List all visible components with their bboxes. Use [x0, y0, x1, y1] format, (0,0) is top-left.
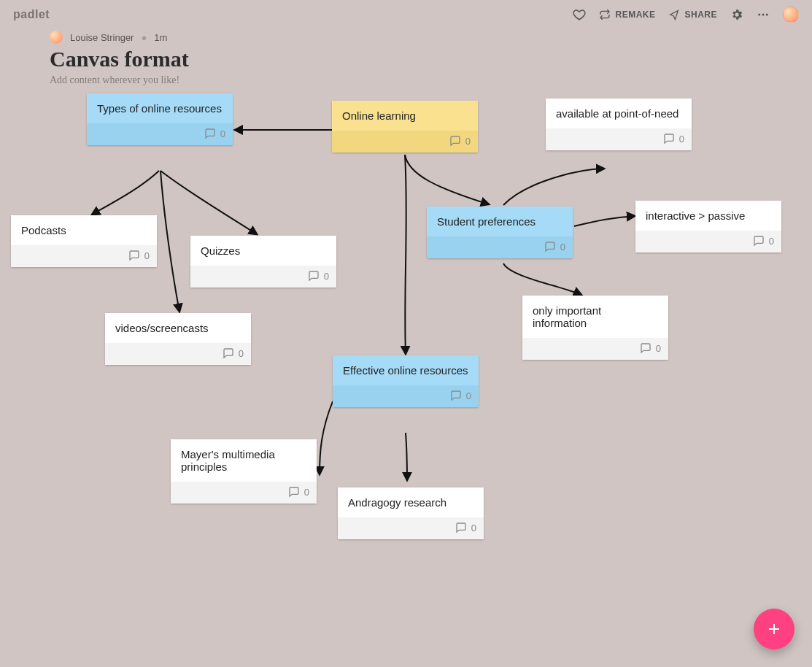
- card-footer[interactable]: 0: [87, 123, 233, 145]
- more-icon: [757, 8, 770, 21]
- author-name: Louise Stringer: [70, 32, 134, 43]
- author-avatar[interactable]: [50, 31, 63, 44]
- card-point-of-need[interactable]: available at point-of-need 0: [546, 99, 692, 150]
- card-footer[interactable]: 0: [635, 231, 781, 252]
- card-title: only important information: [522, 296, 668, 338]
- remake-button[interactable]: REMAKE: [599, 9, 655, 20]
- card-title: Andragogy research: [338, 487, 484, 517]
- card-only-important-info[interactable]: only important information 0: [522, 296, 668, 360]
- card-title: interactive > passive: [635, 201, 781, 231]
- comment-icon: [753, 235, 765, 247]
- svg-point-1: [762, 14, 765, 16]
- comment-count: 0: [304, 487, 309, 498]
- card-student-preferences[interactable]: Student preferences 0: [427, 207, 573, 258]
- card-footer[interactable]: 0: [333, 385, 479, 407]
- board-time: 1m: [154, 32, 167, 43]
- comment-count: 0: [465, 136, 471, 147]
- card-footer[interactable]: 0: [171, 482, 317, 504]
- remake-label: REMAKE: [615, 9, 655, 20]
- comment-icon: [288, 486, 300, 498]
- svg-point-0: [758, 14, 760, 16]
- svg-point-2: [766, 14, 768, 16]
- card-interactive-passive[interactable]: interactive > passive 0: [635, 201, 781, 252]
- card-andragogy-research[interactable]: Andragogy research 0: [338, 487, 484, 539]
- comment-icon: [450, 390, 462, 401]
- comment-icon: [449, 135, 461, 147]
- card-footer[interactable]: 0: [105, 343, 251, 365]
- card-types-online-resources[interactable]: Types of online resources 0: [87, 93, 233, 145]
- card-videos-screencasts[interactable]: videos/screencasts 0: [105, 313, 251, 365]
- card-online-learning[interactable]: Online learning 0: [332, 101, 478, 153]
- card-footer[interactable]: 0: [190, 266, 336, 288]
- card-podcasts[interactable]: Podcasts 0: [11, 215, 157, 267]
- comment-count: 0: [239, 348, 244, 359]
- card-footer[interactable]: 0: [427, 236, 573, 258]
- card-title: Effective online resources: [333, 355, 479, 385]
- comment-icon: [455, 522, 467, 533]
- topbar: padlet REMAKE SHARE: [0, 0, 812, 29]
- settings-button[interactable]: [730, 8, 743, 21]
- card-title: videos/screencasts: [105, 313, 251, 343]
- board-header: Louise Stringer ● 1m Canvas format Add c…: [50, 31, 189, 86]
- topbar-actions: REMAKE SHARE: [573, 7, 799, 23]
- share-icon: [668, 9, 680, 20]
- card-effective-online-resources[interactable]: Effective online resources 0: [333, 355, 479, 407]
- like-button[interactable]: [573, 8, 586, 21]
- card-title: available at point-of-need: [546, 99, 692, 128]
- card-footer[interactable]: 0: [332, 131, 478, 153]
- comment-count: 0: [471, 523, 476, 533]
- brand-logo[interactable]: padlet: [13, 8, 50, 21]
- card-title: Quizzes: [190, 236, 336, 266]
- card-title: Podcasts: [11, 215, 157, 245]
- gear-icon: [730, 8, 743, 21]
- comment-icon: [223, 347, 234, 359]
- card-footer[interactable]: 0: [338, 517, 484, 539]
- share-button[interactable]: SHARE: [668, 9, 717, 20]
- more-button[interactable]: [757, 8, 770, 21]
- comment-count: 0: [560, 242, 565, 252]
- card-footer[interactable]: 0: [11, 245, 157, 267]
- heart-icon: [573, 8, 586, 21]
- comment-count: 0: [656, 343, 661, 354]
- card-mayer-principles[interactable]: Mayer's multimedia principles 0: [171, 439, 317, 504]
- card-title: Types of online resources: [87, 93, 233, 123]
- add-post-button[interactable]: [754, 609, 794, 649]
- separator-dot: ●: [141, 32, 147, 43]
- card-title: Mayer's multimedia principles: [171, 439, 317, 482]
- card-title: Student preferences: [427, 207, 573, 236]
- comment-count: 0: [144, 250, 150, 261]
- card-footer[interactable]: 0: [522, 338, 668, 360]
- card-footer[interactable]: 0: [546, 128, 692, 150]
- comment-count: 0: [769, 236, 774, 247]
- comment-icon: [544, 241, 556, 252]
- comment-count: 0: [679, 134, 684, 144]
- card-quizzes[interactable]: Quizzes 0: [190, 236, 336, 288]
- comment-icon: [663, 133, 675, 144]
- board-title: Canvas format: [50, 47, 189, 72]
- comment-count: 0: [324, 271, 329, 282]
- comment-icon: [640, 342, 651, 354]
- remake-icon: [599, 9, 611, 20]
- comment-icon: [128, 250, 140, 261]
- comment-icon: [204, 128, 216, 139]
- canvas[interactable]: Types of online resources 0 Online learn…: [0, 0, 812, 667]
- share-label: SHARE: [684, 9, 717, 20]
- comment-count: 0: [220, 128, 225, 139]
- comment-icon: [308, 270, 320, 282]
- card-title: Online learning: [332, 101, 478, 131]
- user-avatar[interactable]: [783, 7, 799, 23]
- plus-icon: [765, 620, 783, 638]
- comment-count: 0: [466, 390, 471, 401]
- board-subtitle: Add content wherever you like!: [50, 74, 189, 86]
